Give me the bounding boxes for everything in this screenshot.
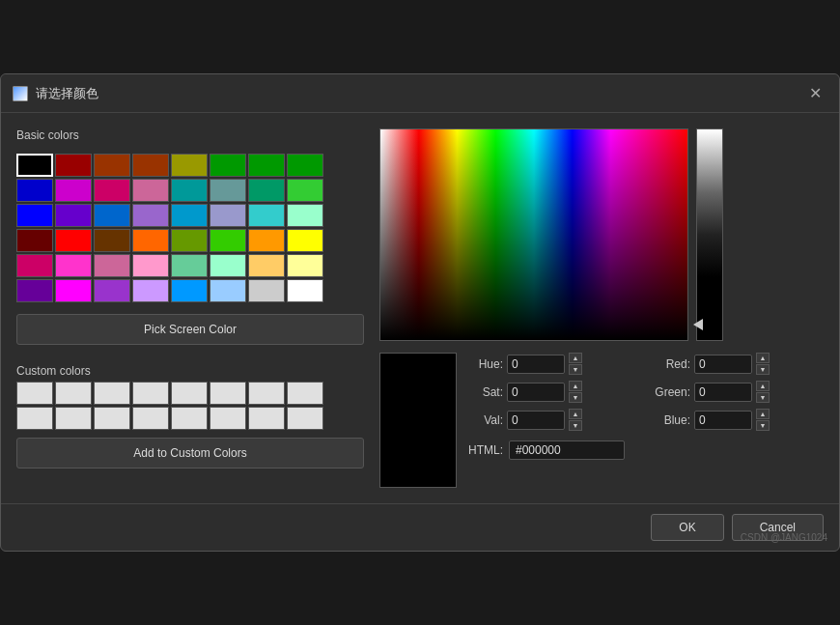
hue-up-button[interactable]: ▲	[569, 353, 582, 363]
basic-color-swatch[interactable]	[132, 204, 169, 227]
basic-colors-grid	[16, 154, 364, 302]
basic-color-swatch[interactable]	[55, 254, 92, 277]
basic-color-swatch[interactable]	[287, 154, 323, 177]
sat-input[interactable]	[507, 383, 565, 402]
val-up-button[interactable]: ▲	[569, 409, 582, 419]
basic-color-swatch[interactable]	[287, 229, 323, 252]
dialog-footer: OK Cancel	[1, 503, 839, 551]
basic-color-swatch[interactable]	[16, 154, 53, 177]
color-gradient[interactable]	[379, 128, 688, 341]
custom-color-swatch[interactable]	[248, 407, 285, 430]
custom-color-swatch[interactable]	[210, 382, 246, 405]
custom-color-swatch[interactable]	[94, 407, 130, 430]
basic-color-swatch[interactable]	[171, 204, 208, 227]
basic-color-swatch[interactable]	[287, 179, 323, 202]
hue-input[interactable]	[507, 355, 565, 374]
html-input[interactable]	[509, 440, 625, 460]
blue-label: Blue:	[652, 413, 690, 427]
basic-color-swatch[interactable]	[287, 279, 323, 302]
basic-color-swatch[interactable]	[132, 229, 169, 252]
custom-color-swatch[interactable]	[248, 382, 285, 405]
custom-color-swatch[interactable]	[55, 382, 92, 405]
basic-color-swatch[interactable]	[16, 179, 53, 202]
basic-color-swatch[interactable]	[132, 179, 169, 202]
hue-slider[interactable]	[696, 128, 723, 341]
custom-colors-label: Custom colors	[16, 364, 364, 378]
green-up-button[interactable]: ▲	[756, 381, 770, 391]
basic-color-swatch[interactable]	[210, 279, 246, 302]
basic-color-swatch[interactable]	[210, 154, 246, 177]
val-input[interactable]	[507, 411, 565, 430]
custom-color-swatch[interactable]	[287, 382, 323, 405]
close-button[interactable]: ✕	[803, 82, 827, 104]
red-up-button[interactable]: ▲	[756, 353, 770, 363]
pick-screen-color-button[interactable]: Pick Screen Color	[16, 314, 364, 345]
custom-color-swatch[interactable]	[171, 382, 208, 405]
red-down-button[interactable]: ▼	[756, 364, 770, 375]
basic-color-swatch[interactable]	[55, 279, 92, 302]
custom-color-swatch[interactable]	[94, 382, 130, 405]
red-label: Red:	[652, 357, 690, 371]
basic-color-swatch[interactable]	[287, 254, 323, 277]
basic-color-swatch[interactable]	[210, 204, 246, 227]
basic-color-swatch[interactable]	[248, 204, 285, 227]
basic-color-swatch[interactable]	[55, 154, 92, 177]
custom-color-swatch[interactable]	[171, 407, 208, 430]
basic-color-swatch[interactable]	[171, 179, 208, 202]
basic-color-swatch[interactable]	[16, 229, 53, 252]
basic-color-swatch[interactable]	[248, 229, 285, 252]
basic-color-swatch[interactable]	[248, 154, 285, 177]
green-input[interactable]	[694, 383, 752, 402]
basic-color-swatch[interactable]	[55, 229, 92, 252]
basic-color-swatch[interactable]	[94, 179, 130, 202]
dialog-body: Basic colors Pick Screen Color Custom co…	[1, 113, 839, 503]
sat-down-button[interactable]: ▼	[569, 392, 582, 403]
basic-color-swatch[interactable]	[94, 154, 130, 177]
html-row: HTML:	[464, 440, 824, 460]
basic-color-swatch[interactable]	[210, 254, 246, 277]
red-input[interactable]	[694, 355, 752, 374]
basic-color-swatch[interactable]	[171, 229, 208, 252]
custom-color-swatch[interactable]	[55, 407, 92, 430]
basic-color-swatch[interactable]	[16, 204, 53, 227]
custom-color-swatch[interactable]	[132, 382, 169, 405]
basic-color-swatch[interactable]	[16, 279, 53, 302]
color-controls-area: Hue: ▲ ▼ Red: ▲	[379, 353, 824, 488]
custom-color-swatch[interactable]	[16, 382, 53, 405]
add-to-custom-colors-button[interactable]: Add to Custom Colors	[16, 438, 364, 469]
blue-up-button[interactable]: ▲	[756, 409, 770, 419]
custom-color-swatch[interactable]	[287, 407, 323, 430]
basic-color-swatch[interactable]	[171, 154, 208, 177]
blue-down-button[interactable]: ▼	[756, 420, 770, 431]
ok-button[interactable]: OK	[651, 514, 723, 541]
basic-color-swatch[interactable]	[132, 279, 169, 302]
basic-color-swatch[interactable]	[210, 179, 246, 202]
green-down-button[interactable]: ▼	[756, 392, 770, 403]
blue-control-row: Blue: ▲ ▼	[652, 409, 824, 431]
basic-color-swatch[interactable]	[248, 279, 285, 302]
custom-color-swatch[interactable]	[16, 407, 53, 430]
basic-color-swatch[interactable]	[55, 204, 92, 227]
basic-color-swatch[interactable]	[132, 154, 169, 177]
basic-color-swatch[interactable]	[248, 179, 285, 202]
basic-color-swatch[interactable]	[94, 229, 130, 252]
sat-up-button[interactable]: ▲	[569, 381, 582, 391]
basic-color-swatch[interactable]	[55, 179, 92, 202]
color-preview	[379, 353, 457, 488]
basic-color-swatch[interactable]	[16, 254, 53, 277]
basic-color-swatch[interactable]	[171, 254, 208, 277]
basic-color-swatch[interactable]	[287, 204, 323, 227]
basic-color-swatch[interactable]	[94, 254, 130, 277]
basic-color-swatch[interactable]	[132, 254, 169, 277]
hue-down-button[interactable]: ▼	[569, 364, 582, 375]
basic-color-swatch[interactable]	[248, 254, 285, 277]
custom-color-swatch[interactable]	[132, 407, 169, 430]
basic-color-swatch[interactable]	[94, 279, 130, 302]
blue-input[interactable]	[694, 411, 752, 430]
basic-color-swatch[interactable]	[210, 229, 246, 252]
dialog-icon	[13, 86, 28, 101]
basic-color-swatch[interactable]	[171, 279, 208, 302]
val-down-button[interactable]: ▼	[569, 420, 582, 431]
basic-color-swatch[interactable]	[94, 204, 130, 227]
custom-color-swatch[interactable]	[210, 407, 246, 430]
